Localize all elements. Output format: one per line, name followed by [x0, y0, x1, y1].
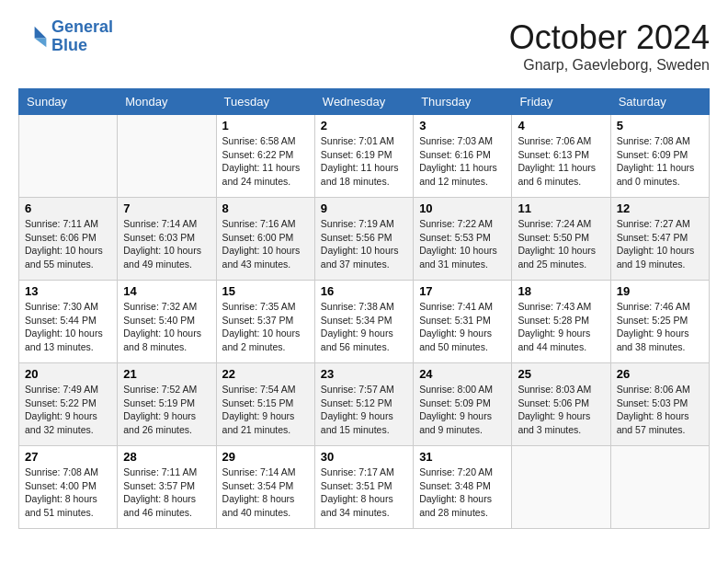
calendar-cell: 2Sunrise: 7:01 AMSunset: 6:19 PMDaylight… — [314, 115, 413, 198]
weekday-header: Saturday — [610, 89, 709, 115]
calendar-cell — [610, 446, 709, 529]
day-info: Sunrise: 7:19 AMSunset: 5:56 PMDaylight:… — [321, 217, 407, 271]
month-title: October 2024 — [509, 18, 710, 57]
day-info: Sunrise: 7:01 AMSunset: 6:19 PMDaylight:… — [321, 134, 407, 189]
calendar-cell: 16Sunrise: 7:38 AMSunset: 5:34 PMDayligh… — [314, 281, 413, 363]
day-number: 15 — [222, 284, 309, 298]
calendar-cell: 10Sunrise: 7:22 AMSunset: 5:53 PMDayligh… — [414, 198, 512, 281]
day-number: 5 — [617, 119, 703, 132]
logo-line2: Blue — [51, 36, 87, 54]
location: Gnarp, Gaevleborg, Sweden — [509, 57, 710, 74]
day-info: Sunrise: 7:41 AMSunset: 5:31 PMDaylight:… — [419, 300, 506, 354]
calendar-cell: 29Sunrise: 7:14 AMSunset: 3:54 PMDayligh… — [216, 446, 314, 529]
day-number: 6 — [25, 201, 111, 215]
calendar-cell: 27Sunrise: 7:08 AMSunset: 4:00 PMDayligh… — [19, 446, 118, 529]
day-info: Sunrise: 7:52 AMSunset: 5:19 PMDaylight:… — [123, 383, 210, 437]
calendar-cell: 7Sunrise: 7:14 AMSunset: 6:03 PMDaylight… — [118, 198, 216, 281]
day-info: Sunrise: 8:00 AMSunset: 5:09 PMDaylight:… — [419, 383, 506, 437]
calendar-cell: 22Sunrise: 7:54 AMSunset: 5:15 PMDayligh… — [216, 363, 314, 446]
day-number: 21 — [123, 367, 210, 381]
calendar-cell: 9Sunrise: 7:19 AMSunset: 5:56 PMDaylight… — [314, 198, 413, 281]
day-info: Sunrise: 7:30 AMSunset: 5:44 PMDaylight:… — [25, 300, 111, 354]
calendar-week-row: 1Sunrise: 6:58 AMSunset: 6:22 PMDaylight… — [19, 115, 710, 198]
weekday-header: Tuesday — [216, 89, 314, 115]
calendar-cell: 8Sunrise: 7:16 AMSunset: 6:00 PMDaylight… — [216, 198, 314, 281]
calendar-cell: 4Sunrise: 7:06 AMSunset: 6:13 PMDaylight… — [512, 115, 610, 198]
logo: General Blue — [18, 18, 113, 55]
day-number: 26 — [617, 367, 703, 381]
day-number: 22 — [222, 367, 309, 381]
calendar-table: SundayMondayTuesdayWednesdayThursdayFrid… — [18, 88, 710, 529]
day-number: 23 — [321, 367, 407, 381]
day-info: Sunrise: 7:38 AMSunset: 5:34 PMDaylight:… — [321, 300, 407, 354]
logo-icon — [18, 22, 48, 52]
calendar-week-row: 13Sunrise: 7:30 AMSunset: 5:44 PMDayligh… — [19, 281, 710, 363]
day-info: Sunrise: 7:57 AMSunset: 5:12 PMDaylight:… — [321, 383, 407, 437]
calendar-cell: 3Sunrise: 7:03 AMSunset: 6:16 PMDaylight… — [414, 115, 512, 198]
calendar-cell: 6Sunrise: 7:11 AMSunset: 6:06 PMDaylight… — [19, 198, 118, 281]
calendar-week-row: 20Sunrise: 7:49 AMSunset: 5:22 PMDayligh… — [19, 363, 710, 446]
calendar-cell: 13Sunrise: 7:30 AMSunset: 5:44 PMDayligh… — [19, 281, 118, 363]
calendar-week-row: 27Sunrise: 7:08 AMSunset: 4:00 PMDayligh… — [19, 446, 710, 529]
day-info: Sunrise: 7:06 AMSunset: 6:13 PMDaylight:… — [518, 134, 604, 189]
calendar-cell: 5Sunrise: 7:08 AMSunset: 6:09 PMDaylight… — [610, 115, 709, 198]
calendar-cell: 30Sunrise: 7:17 AMSunset: 3:51 PMDayligh… — [314, 446, 413, 529]
weekday-header: Thursday — [414, 89, 512, 115]
day-number: 10 — [419, 201, 506, 215]
day-number: 31 — [419, 450, 506, 464]
day-number: 12 — [617, 201, 703, 215]
day-number: 27 — [25, 450, 111, 464]
day-number: 13 — [25, 284, 111, 298]
day-number: 1 — [222, 119, 309, 132]
day-info: Sunrise: 7:27 AMSunset: 5:47 PMDaylight:… — [617, 217, 703, 271]
calendar-cell: 15Sunrise: 7:35 AMSunset: 5:37 PMDayligh… — [216, 281, 314, 363]
calendar-cell: 14Sunrise: 7:32 AMSunset: 5:40 PMDayligh… — [118, 281, 216, 363]
calendar-cell: 19Sunrise: 7:46 AMSunset: 5:25 PMDayligh… — [610, 281, 709, 363]
calendar-cell: 23Sunrise: 7:57 AMSunset: 5:12 PMDayligh… — [314, 363, 413, 446]
day-info: Sunrise: 7:43 AMSunset: 5:28 PMDaylight:… — [518, 300, 604, 354]
weekday-header: Sunday — [19, 89, 118, 115]
calendar-cell — [118, 115, 216, 198]
svg-marker-1 — [35, 38, 47, 47]
day-number: 19 — [617, 284, 703, 298]
svg-marker-0 — [35, 27, 47, 39]
day-number: 28 — [123, 450, 210, 464]
calendar-cell: 20Sunrise: 7:49 AMSunset: 5:22 PMDayligh… — [19, 363, 118, 446]
day-number: 2 — [321, 119, 407, 132]
calendar-cell: 12Sunrise: 7:27 AMSunset: 5:47 PMDayligh… — [610, 198, 709, 281]
day-info: Sunrise: 7:17 AMSunset: 3:51 PMDaylight:… — [321, 465, 407, 520]
day-number: 9 — [321, 201, 407, 215]
day-number: 4 — [518, 119, 604, 132]
page-header: General Blue October 2024 Gnarp, Gaevleb… — [18, 18, 710, 74]
day-info: Sunrise: 7:08 AMSunset: 6:09 PMDaylight:… — [617, 134, 703, 189]
day-info: Sunrise: 7:24 AMSunset: 5:50 PMDaylight:… — [518, 217, 604, 271]
calendar-cell: 31Sunrise: 7:20 AMSunset: 3:48 PMDayligh… — [414, 446, 512, 529]
calendar-cell — [512, 446, 610, 529]
day-number: 16 — [321, 284, 407, 298]
title-block: October 2024 Gnarp, Gaevleborg, Sweden — [509, 18, 710, 74]
day-info: Sunrise: 7:22 AMSunset: 5:53 PMDaylight:… — [419, 217, 506, 271]
day-info: Sunrise: 7:03 AMSunset: 6:16 PMDaylight:… — [419, 134, 506, 189]
calendar-cell: 11Sunrise: 7:24 AMSunset: 5:50 PMDayligh… — [512, 198, 610, 281]
day-number: 3 — [419, 119, 506, 132]
logo-line1: General — [51, 17, 113, 36]
calendar-cell: 1Sunrise: 6:58 AMSunset: 6:22 PMDaylight… — [216, 115, 314, 198]
day-info: Sunrise: 8:03 AMSunset: 5:06 PMDaylight:… — [518, 383, 604, 437]
day-info: Sunrise: 7:32 AMSunset: 5:40 PMDaylight:… — [123, 300, 210, 354]
day-number: 29 — [222, 450, 309, 464]
weekday-header: Friday — [512, 89, 610, 115]
weekday-header: Wednesday — [314, 89, 413, 115]
day-info: Sunrise: 7:46 AMSunset: 5:25 PMDaylight:… — [617, 300, 703, 354]
day-number: 17 — [419, 284, 506, 298]
day-info: Sunrise: 7:08 AMSunset: 4:00 PMDaylight:… — [25, 465, 111, 520]
calendar-cell: 28Sunrise: 7:11 AMSunset: 3:57 PMDayligh… — [118, 446, 216, 529]
day-number: 20 — [25, 367, 111, 381]
calendar-cell: 26Sunrise: 8:06 AMSunset: 5:03 PMDayligh… — [610, 363, 709, 446]
calendar-cell: 17Sunrise: 7:41 AMSunset: 5:31 PMDayligh… — [414, 281, 512, 363]
day-number: 18 — [518, 284, 604, 298]
day-info: Sunrise: 7:20 AMSunset: 3:48 PMDaylight:… — [419, 465, 506, 520]
day-info: Sunrise: 8:06 AMSunset: 5:03 PMDaylight:… — [617, 383, 703, 437]
day-info: Sunrise: 7:11 AMSunset: 6:06 PMDaylight:… — [25, 217, 111, 271]
day-number: 14 — [123, 284, 210, 298]
day-number: 8 — [222, 201, 309, 215]
